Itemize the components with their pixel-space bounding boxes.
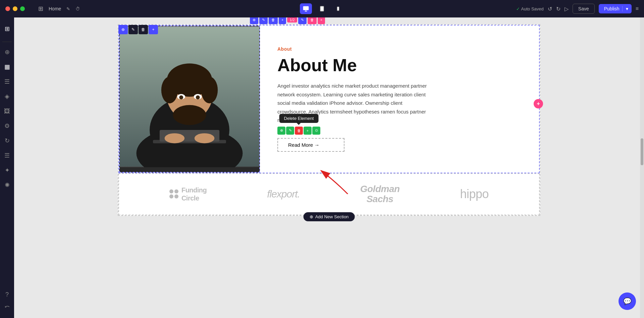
view-switcher <box>300 3 344 14</box>
titlebar-left: ⊞ Home ✎ ⏱ <box>38 5 80 12</box>
scrollbar-thumb[interactable] <box>641 138 643 165</box>
el-move-btn[interactable]: ⊕ <box>277 127 285 135</box>
sidebar-item-integrations[interactable]: ↻ <box>1 135 13 147</box>
svg-point-14 <box>201 77 218 103</box>
about-section: ⊕ ✎ 🗑 + 1/2 ✎ 🗑 + <box>118 25 540 173</box>
col-badge: 1/2 <box>287 17 297 22</box>
svg-point-22 <box>165 133 184 143</box>
svg-rect-0 <box>303 6 309 10</box>
col-add-btn[interactable]: + <box>279 17 286 24</box>
col-delete-btn[interactable]: 🗑 <box>269 17 278 24</box>
col-move-btn[interactable]: ⊕ <box>250 17 258 24</box>
more-options-btn[interactable]: ≡ <box>636 6 639 12</box>
sidebar-item-help[interactable]: ? <box>1 288 13 301</box>
section-edit-btn[interactable]: ✎ <box>128 25 138 34</box>
about-title: About Me <box>277 56 522 75</box>
fc-circle-1 <box>169 189 173 193</box>
minimize-dot[interactable] <box>13 6 17 11</box>
add-section-label: Add New Section <box>315 214 349 219</box>
element-toolbar: ⊕ ✎ 🗑 Delete Element + ⊙ <box>277 127 320 135</box>
section-move-btn[interactable]: ⊕ <box>118 25 128 34</box>
history-icon[interactable]: ⏱ <box>75 6 80 11</box>
sidebar-item-undo2[interactable]: ⤺ <box>1 301 13 313</box>
read-more-label: Read More → <box>288 142 319 148</box>
hippo-text: hippo <box>460 187 489 201</box>
publish-button[interactable]: Publish ▾ <box>599 4 632 13</box>
titlebar-right: ✓ Auto Saved ↺ ↻ ▷ Save Publish ▾ ≡ <box>516 4 639 14</box>
canvas-area[interactable]: ⊕ ✎ 🗑 + ⊕ ✎ 🗑 + 1/2 ✎ 🗑 + <box>14 17 644 318</box>
funding-circle-icon <box>169 189 179 199</box>
edit-icon[interactable]: ✎ <box>66 6 70 11</box>
svg-point-18 <box>179 95 183 99</box>
about-image-column <box>119 26 260 173</box>
float-add-btn[interactable]: + <box>534 99 543 108</box>
funding-circle-text: FundingCircle <box>181 186 207 202</box>
col-trash-btn[interactable]: 🗑 <box>308 17 317 24</box>
maximize-dot[interactable] <box>20 6 25 11</box>
section-add-btn[interactable]: + <box>149 25 158 34</box>
svg-point-23 <box>195 133 214 143</box>
auto-saved-status: ✓ Auto Saved <box>516 6 544 11</box>
sidebar-item-pages[interactable]: ☰ <box>1 76 13 88</box>
svg-point-13 <box>161 77 178 103</box>
section-delete-btn[interactable]: 🗑 <box>139 25 148 34</box>
read-more-button[interactable]: Read More → <box>277 138 344 152</box>
sidebar-bottom: ? ⤺ <box>1 288 13 313</box>
preview-btn[interactable]: ▷ <box>565 6 569 12</box>
sidebar-divider-1 <box>2 42 12 42</box>
sidebar-item-blog[interactable]: ☰ <box>1 149 13 162</box>
apps-grid-icon[interactable]: ⊞ <box>38 5 43 12</box>
sidebar-item-apps[interactable]: ⊞ <box>1 23 13 35</box>
sidebar-item-marketing[interactable]: ◈ <box>1 90 13 102</box>
delete-tooltip: Delete Element <box>279 114 319 123</box>
brand-goldman-sachs: GoldmanSachs <box>360 184 400 205</box>
brand-flexport: flexport. <box>267 188 300 200</box>
titlebar: ⊞ Home ✎ ⏱ ✓ Auto Saved ↺ ↻ ▷ Save Publi… <box>0 0 644 17</box>
sidebar-item-media[interactable]: 🖼 <box>1 105 13 117</box>
el-add-btn[interactable]: + <box>304 127 312 135</box>
sidebar-item-settings[interactable]: ⚙ <box>1 120 13 132</box>
section-outer-toolbar: ⊕ ✎ 🗑 + <box>118 25 158 34</box>
el-delete-btn[interactable]: 🗑 Delete Element <box>295 127 303 135</box>
svg-point-19 <box>196 95 200 99</box>
read-more-container: ⊕ ✎ 🗑 Delete Element + ⊙ Read More → <box>277 138 344 152</box>
page-canvas: ⊕ ✎ 🗑 + ⊕ ✎ 🗑 + 1/2 ✎ 🗑 + <box>118 24 540 216</box>
goldman-sachs-text: GoldmanSachs <box>360 184 400 205</box>
col-outer-toolbar: ⊕ ✎ 🗑 + 1/2 ✎ 🗑 + <box>250 17 325 24</box>
chat-widget[interactable]: 💬 <box>619 292 636 310</box>
fc-circles-grid <box>169 189 179 199</box>
sidebar-item-apps2[interactable]: ✺ <box>1 179 13 191</box>
mobile-view-btn[interactable] <box>332 3 344 14</box>
home-tab[interactable]: Home <box>49 6 61 11</box>
add-section-icon: ⊕ <box>310 214 313 219</box>
col-edit-btn[interactable]: ✎ <box>259 17 268 24</box>
undo-btn[interactable]: ↺ <box>548 6 552 12</box>
fc-circle-2 <box>174 189 178 193</box>
fc-circle-3 <box>169 194 173 198</box>
chat-icon: 💬 <box>623 297 632 305</box>
el-settings-btn[interactable]: ⊙ <box>312 127 320 135</box>
right-scrollbar[interactable] <box>640 17 644 318</box>
desktop-view-btn[interactable] <box>300 3 312 14</box>
about-content-column: + About About Me Angel investor analytic… <box>260 26 539 173</box>
save-button[interactable]: Save <box>573 4 595 14</box>
col-plus2-btn[interactable]: + <box>318 17 325 24</box>
sidebar-item-seo[interactable]: ✦ <box>1 164 13 176</box>
svg-point-6 <box>338 10 338 10</box>
tablet-view-btn[interactable] <box>316 3 328 14</box>
about-label: About <box>277 46 522 52</box>
el-edit-btn[interactable]: ✎ <box>286 127 294 135</box>
flexport-text: flexport. <box>267 188 300 200</box>
main-layout: ⊞ ⊕ ▦ ☰ ◈ 🖼 ⚙ ↻ ☰ ✦ ✺ ? ⤺ ⊕ ✎ 🗑 + <box>0 17 644 318</box>
col-extra-btn[interactable]: ✎ <box>298 17 307 24</box>
person-image <box>120 26 259 167</box>
sidebar-item-add[interactable]: ⊕ <box>1 46 13 58</box>
publish-chevron-icon[interactable]: ▾ <box>622 6 632 11</box>
sidebar-item-layers[interactable]: ▦ <box>1 61 13 73</box>
brand-funding-circle: FundingCircle <box>169 186 207 202</box>
svg-point-15 <box>173 105 206 125</box>
close-dot[interactable] <box>5 6 10 11</box>
window-controls <box>5 6 25 11</box>
add-section-button[interactable]: ⊕ Add New Section <box>304 212 355 221</box>
redo-btn[interactable]: ↻ <box>556 6 560 12</box>
